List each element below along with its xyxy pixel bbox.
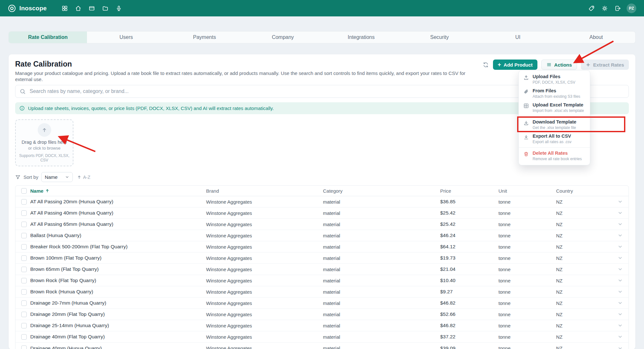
refresh-button[interactable] <box>482 61 489 68</box>
add-product-button[interactable]: + Add Product <box>493 60 538 70</box>
sort-field-value: Name <box>45 174 58 180</box>
refresh-icon <box>482 61 489 68</box>
brand[interactable]: Inoscope <box>8 4 47 13</box>
tab-integrations[interactable]: Integrations <box>322 32 400 43</box>
row-expand-chevron-icon[interactable] <box>618 244 623 249</box>
spreadsheet-grid-icon <box>523 103 529 109</box>
cell-unit: tonne <box>498 300 556 306</box>
table-row[interactable]: AT All Passing 20mm (Hunua Quarry) Winst… <box>15 196 629 207</box>
row-checkbox[interactable] <box>21 233 27 238</box>
menu-item-export-all-csv[interactable]: Export All to CSV Export all rates as .c… <box>519 132 590 146</box>
row-checkbox[interactable] <box>21 244 27 250</box>
table-row[interactable]: Brown Rock (Hunua Quarry) Winstone Aggre… <box>15 286 629 298</box>
row-checkbox[interactable] <box>21 278 27 283</box>
table-row[interactable]: Drainage 40mm (Flat Top Quarry) Winstone… <box>15 331 629 343</box>
apps-grid-icon[interactable] <box>60 4 69 13</box>
row-expand-chevron-icon[interactable] <box>618 210 623 216</box>
column-header-brand[interactable]: Brand <box>206 188 323 194</box>
gear-icon[interactable] <box>600 4 609 13</box>
table-row[interactable]: Drainage 20-7mm (Hunua Quarry) Winstone … <box>15 298 629 309</box>
cell-country: NZ <box>556 233 604 238</box>
row-expand-chevron-icon[interactable] <box>618 346 623 349</box>
row-expand-chevron-icon[interactable] <box>618 233 623 238</box>
tab-ui[interactable]: UI <box>479 32 557 43</box>
cell-price: $25.42 <box>440 221 498 227</box>
table-row[interactable]: Drainage 20mm (Flat Top Quarry) Winstone… <box>15 309 629 320</box>
menu-item-from-files[interactable]: From Files Attach from existing S3 files <box>519 87 590 101</box>
column-header-price[interactable]: Price <box>440 188 498 194</box>
row-checkbox[interactable] <box>21 334 27 340</box>
column-header-unit[interactable]: Unit <box>498 188 556 194</box>
cell-price: $19.73 <box>440 255 498 261</box>
microphone-icon[interactable] <box>114 4 123 13</box>
row-checkbox[interactable] <box>21 267 27 272</box>
tab-users[interactable]: Users <box>87 32 165 43</box>
row-expand-chevron-icon[interactable] <box>618 222 623 227</box>
menu-item-upload-files[interactable]: Upload Files PDF, DOCX, XLSX, CSV <box>519 72 590 87</box>
extract-rates-button[interactable]: Extract Rates <box>581 60 629 70</box>
table-row[interactable]: Brown 65mm (Flat Top Quarry) Winstone Ag… <box>15 264 629 275</box>
table-row[interactable]: Drainage 40mm (Hunua Quarry) Winstone Ag… <box>15 343 629 349</box>
row-checkbox[interactable] <box>21 255 27 261</box>
tab-company[interactable]: Company <box>244 32 322 43</box>
row-checkbox[interactable] <box>21 289 27 295</box>
cell-name: Brown 65mm (Flat Top Quarry) <box>30 266 206 272</box>
dropzone-line1: Drag & drop files here <box>22 140 67 145</box>
table-body: AT All Passing 20mm (Hunua Quarry) Winst… <box>15 196 629 349</box>
cell-brand: Winstone Aggregates <box>206 334 323 340</box>
cell-category: material <box>323 210 440 216</box>
cell-name: Drainage 40mm (Hunua Quarry) <box>30 345 206 349</box>
cell-country: NZ <box>556 255 604 261</box>
column-header-name[interactable]: Name <box>30 188 206 194</box>
file-dropzone[interactable]: Drag & drop files here or click to brows… <box>15 119 73 166</box>
menu-item-download-template[interactable]: Download Template Get the .xlsx template… <box>519 118 590 132</box>
row-checkbox[interactable] <box>21 345 27 349</box>
table-row[interactable]: Brown Rock (Flat Top Quarry) Winstone Ag… <box>15 275 629 286</box>
tab-payments[interactable]: Payments <box>166 32 244 43</box>
row-expand-chevron-icon[interactable] <box>618 199 623 204</box>
row-expand-chevron-icon[interactable] <box>618 323 623 328</box>
cell-category: material <box>323 244 440 250</box>
tab-security[interactable]: Security <box>400 32 478 43</box>
column-header-country[interactable]: Country <box>556 188 604 194</box>
column-header-category[interactable]: Category <box>323 188 440 194</box>
row-checkbox[interactable] <box>21 300 27 306</box>
folder-icon[interactable] <box>101 4 109 13</box>
row-checkbox[interactable] <box>21 210 27 216</box>
row-expand-chevron-icon[interactable] <box>618 267 623 272</box>
table-row[interactable]: Drainage 25-14mm (Hunua Quarry) Winstone… <box>15 320 629 331</box>
table-row[interactable]: Breaker Rock 500-200mm (Flat Top Quarry)… <box>15 241 629 253</box>
actions-button[interactable]: Actions <box>541 60 577 70</box>
cell-name: Drainage 20-7mm (Hunua Quarry) <box>30 300 206 306</box>
row-checkbox[interactable] <box>21 222 27 227</box>
row-checkbox[interactable] <box>21 323 27 328</box>
row-checkbox[interactable] <box>21 199 27 205</box>
select-all-checkbox[interactable] <box>21 188 27 194</box>
row-checkbox[interactable] <box>21 312 27 317</box>
cell-price: $64.12 <box>440 244 498 250</box>
table-row[interactable]: Brown 100mm (Flat Top Quarry) Winstone A… <box>15 253 629 264</box>
sort-field-select[interactable]: Name <box>41 172 73 182</box>
billing-card-icon[interactable] <box>87 4 96 13</box>
row-expand-chevron-icon[interactable] <box>618 300 623 306</box>
table-row[interactable]: AT All Passing 40mm (Hunua Quarry) Winst… <box>15 207 629 219</box>
tab-about[interactable]: About <box>557 32 635 43</box>
sign-out-icon[interactable] <box>613 4 622 13</box>
menu-item-delete-all-rates[interactable]: Delete All Rates Remove all rate book en… <box>519 149 590 163</box>
menu-item-upload-excel-template[interactable]: Upload Excel Template Import from .xlsx/… <box>519 101 590 115</box>
brand-name: Inoscope <box>19 5 47 12</box>
avatar[interactable]: PZ <box>627 4 636 13</box>
row-expand-chevron-icon[interactable] <box>618 255 623 261</box>
tab-rate-calibration[interactable]: Rate Calibration <box>9 32 87 43</box>
row-expand-chevron-icon[interactable] <box>618 334 623 339</box>
cell-price: $46.82 <box>440 323 498 328</box>
table-row[interactable]: Ballast (Hunua Quarry) Winstone Aggregat… <box>15 230 629 241</box>
table-row[interactable]: AT All Passing 65mm (Hunua Quarry) Winst… <box>15 219 629 230</box>
tabbar: Rate Calibration Users Payments Company … <box>8 31 636 43</box>
sort-direction-toggle[interactable]: A-Z <box>77 175 90 180</box>
row-expand-chevron-icon[interactable] <box>618 312 623 317</box>
home-icon[interactable] <box>74 4 82 13</box>
tag-icon[interactable] <box>587 4 596 13</box>
row-expand-chevron-icon[interactable] <box>618 289 623 294</box>
row-expand-chevron-icon[interactable] <box>618 278 623 283</box>
